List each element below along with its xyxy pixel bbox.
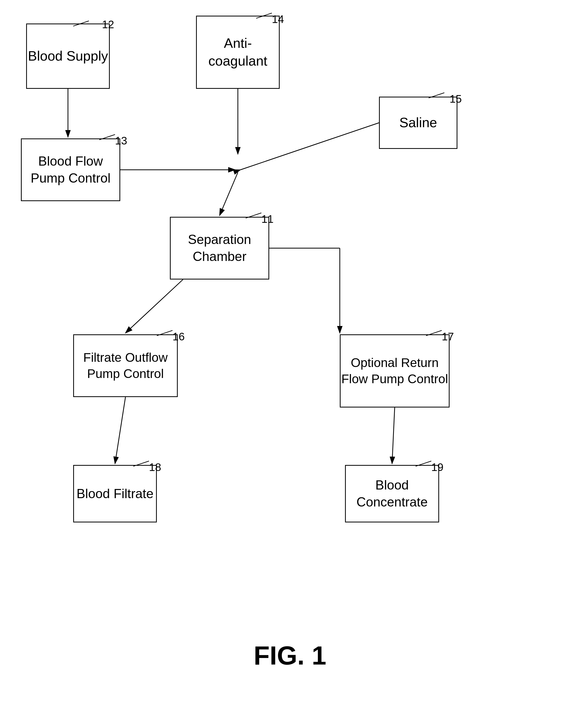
- svg-line-14: [429, 93, 444, 98]
- anticoagulant-label: Anti- coagulant: [197, 34, 279, 70]
- blood-filtrate-label: Blood Filtrate: [77, 485, 154, 502]
- svg-line-15: [99, 134, 115, 140]
- tick-19: [415, 459, 447, 469]
- svg-line-19: [133, 461, 149, 466]
- svg-line-6: [220, 173, 238, 215]
- tick-11: [246, 210, 277, 221]
- separation-chamber-box: Separation Chamber: [170, 217, 269, 280]
- blood-flow-pump-box: Blood Flow Pump Control: [21, 138, 120, 201]
- svg-line-10: [115, 397, 125, 464]
- filtrate-outflow-label: Filtrate Outflow Pump Control: [74, 349, 177, 382]
- tick-13: [99, 132, 131, 142]
- optional-return-box: Optional Return Flow Pump Control: [340, 334, 450, 408]
- blood-concentrate-label: Blood Concentrate: [346, 477, 438, 511]
- svg-line-5: [241, 123, 379, 170]
- svg-line-7: [125, 280, 183, 333]
- svg-line-12: [73, 21, 89, 26]
- tick-12: [73, 18, 105, 29]
- tick-14: [256, 10, 287, 21]
- blood-filtrate-box: Blood Filtrate: [73, 465, 157, 522]
- diagram-container: Blood Supply 12 Anti- coagulant 14 Salin…: [0, 0, 580, 728]
- svg-line-17: [157, 331, 173, 336]
- svg-line-11: [392, 408, 395, 464]
- saline-label: Saline: [399, 114, 437, 132]
- separation-chamber-label: Separation Chamber: [171, 231, 269, 265]
- svg-line-13: [256, 13, 272, 18]
- tick-15: [429, 90, 460, 101]
- blood-supply-label: Blood Supply: [28, 47, 108, 65]
- saline-box: Saline: [379, 97, 457, 149]
- optional-return-label: Optional Return Flow Pump Control: [341, 355, 449, 387]
- tick-17: [426, 328, 457, 338]
- blood-flow-pump-label: Blood Flow Pump Control: [22, 153, 120, 187]
- filtrate-outflow-box: Filtrate Outflow Pump Control: [73, 334, 178, 397]
- anticoagulant-box: Anti- coagulant: [196, 16, 280, 89]
- blood-supply-box: Blood Supply: [26, 24, 110, 89]
- tick-16: [157, 328, 188, 338]
- tick-18: [133, 459, 165, 469]
- figure-caption: FIG. 1: [0, 641, 580, 671]
- svg-line-18: [426, 331, 442, 336]
- svg-line-16: [246, 213, 261, 218]
- svg-line-20: [415, 461, 431, 466]
- blood-concentrate-box: Blood Concentrate: [345, 465, 439, 522]
